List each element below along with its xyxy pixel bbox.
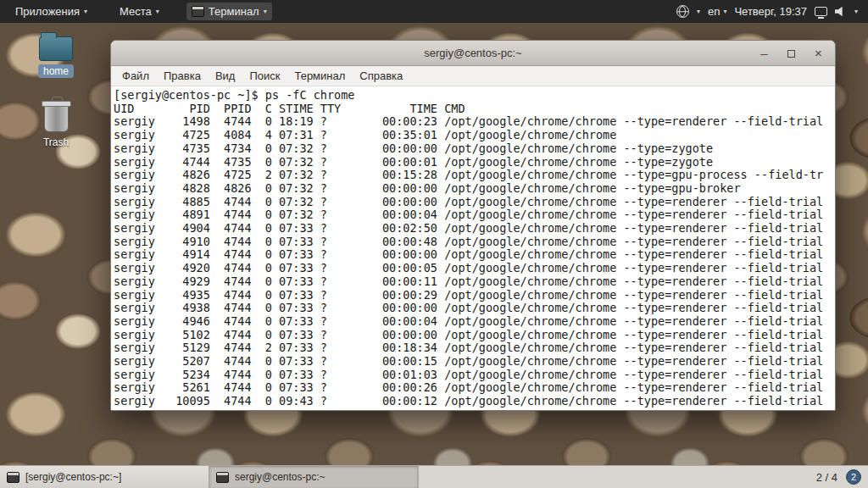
terminal-line: sergiy 4885 4744 0 07:32 ? 00:00:00 /opt… [114, 196, 835, 209]
terminal-line: sergiy 5129 4744 2 07:33 ? 00:18:34 /opt… [114, 341, 835, 355]
applications-menu[interactable]: Приложения ▾ [10, 3, 92, 20]
close-button[interactable]: × [813, 47, 824, 59]
terminal-line: sergiy 4914 4744 0 07:33 ? 00:00:00 /opt… [114, 248, 835, 262]
minimize-button[interactable]: – [759, 47, 770, 59]
window-titlebar[interactable]: sergiy@centos-pc:~ – × [111, 41, 835, 66]
taskbar-window-active[interactable]: sergiy@centos-pc:~ [209, 466, 419, 488]
chevron-down-icon: ▾ [264, 8, 267, 15]
window-title: sergiy@centos-pc:~ [111, 47, 835, 59]
trash-icon [44, 104, 69, 132]
menu-item[interactable]: Терминал [287, 68, 352, 84]
terminal-line: sergiy 5261 4744 0 07:33 ? 00:00:26 /opt… [114, 381, 835, 395]
taskbar: [sergiy@centos-pc:~] sergiy@centos-pc:~ … [0, 465, 868, 488]
folder-icon [39, 36, 73, 61]
menu-item[interactable]: Поиск [242, 68, 287, 84]
volume-icon[interactable] [835, 7, 847, 17]
chevron-down-icon: ▾ [697, 8, 700, 15]
desktop-icon-label: home [38, 64, 74, 78]
terminal-app-menu[interactable]: Терминал ▾ [186, 3, 272, 20]
workspace-pager[interactable]: 2 / 4 [808, 471, 846, 484]
workspace-badge[interactable]: 2 [846, 469, 861, 485]
places-menu[interactable]: Места ▾ [114, 3, 164, 20]
terminal-icon [192, 6, 204, 17]
taskbar-window-label: sergiy@centos-pc:~ [235, 471, 326, 483]
terminal-line: sergiy 1498 4744 0 18:19 ? 00:00:23 /opt… [114, 115, 835, 129]
maximize-button[interactable] [786, 47, 797, 59]
desktop-icon-home[interactable]: home [24, 36, 88, 78]
terminal-line: sergiy 4826 4725 2 07:32 ? 00:15:28 /opt… [114, 169, 835, 182]
terminal-output[interactable]: [sergiy@centos-pc ~]$ ps -fC chromeUID P… [111, 86, 835, 410]
terminal-line: sergiy 4744 4735 0 07:32 ? 00:00:01 /opt… [114, 156, 835, 169]
terminal-line: sergiy 4920 4744 0 07:33 ? 00:00:05 /opt… [114, 262, 835, 275]
applications-menu-label: Приложения [15, 5, 80, 18]
terminal-window: sergiy@centos-pc:~ – × ФайлПравкаВидПоис… [110, 40, 836, 411]
language-label: en [708, 5, 720, 18]
window-menubar: ФайлПравкаВидПоискТерминалСправка [111, 66, 835, 86]
chevron-down-icon: ▾ [723, 8, 726, 15]
chevron-down-icon: ▾ [156, 8, 159, 15]
taskbar-window-minimized[interactable]: [sergiy@centos-pc:~] [0, 466, 209, 488]
maximize-icon [787, 50, 795, 58]
desktop-icon-trash[interactable]: Trash [24, 97, 88, 149]
terminal-line: UID PID PPID C STIME TTY TIME CMD [114, 103, 835, 116]
top-panel-status-area: ▾ en ▾ Четверг, 19:37 ▾ [676, 5, 868, 18]
language-indicator[interactable]: en ▾ [708, 5, 726, 18]
terminal-line: sergiy 4904 4744 0 07:33 ? 00:02:50 /opt… [114, 222, 835, 236]
taskbar-spacer [419, 466, 808, 488]
clock[interactable]: Четверг, 19:37 [734, 5, 807, 18]
display-icon[interactable] [815, 7, 827, 16]
places-menu-label: Места [120, 5, 152, 18]
desktop-background: home Trash sergiy@centos-pc:~ – × ФайлПр… [0, 23, 868, 465]
terminal-line: sergiy 4938 4744 0 07:33 ? 00:00:00 /opt… [114, 302, 835, 315]
menu-item[interactable]: Файл [115, 68, 156, 84]
terminal-line: sergiy 10095 4744 0 09:43 ? 00:00:12 /op… [114, 395, 835, 408]
terminal-line: sergiy 4828 4826 0 07:32 ? 00:00:00 /opt… [114, 182, 835, 196]
terminal-icon [216, 472, 229, 483]
terminal-app-menu-label: Терминал [209, 5, 259, 18]
terminal-line: sergiy 4946 4744 0 07:33 ? 00:00:04 /opt… [114, 315, 835, 329]
status-globe-icon[interactable] [676, 5, 689, 18]
menu-item[interactable]: Правка [157, 68, 208, 84]
terminal-line: [sergiy@centos-pc ~]$ ps -fC chrome [114, 89, 835, 103]
top-panel-menus: Приложения ▾ Места ▾ Терминал ▾ [0, 3, 272, 20]
terminal-line: sergiy 5234 4744 0 07:33 ? 00:01:03 /opt… [114, 369, 835, 382]
chevron-down-icon: ▾ [84, 8, 87, 15]
terminal-line: sergiy 4725 4084 4 07:31 ? 00:35:01 /opt… [114, 129, 835, 142]
chevron-down-icon: ▾ [854, 8, 858, 15]
terminal-line: sergiy 4910 4744 0 07:33 ? 00:00:48 /opt… [114, 236, 835, 249]
terminal-line: sergiy 4935 4744 0 07:33 ? 00:00:29 /opt… [114, 289, 835, 302]
desktop-screen: Приложения ▾ Места ▾ Терминал ▾ ▾ en ▾ Ч… [0, 0, 868, 488]
top-panel: Приложения ▾ Места ▾ Терминал ▾ ▾ en ▾ Ч… [0, 0, 868, 23]
terminal-line: sergiy 5102 4744 0 07:33 ? 00:00:00 /opt… [114, 329, 835, 342]
terminal-line: sergiy 4891 4744 0 07:32 ? 00:00:04 /opt… [114, 208, 835, 222]
menu-item[interactable]: Вид [209, 68, 242, 84]
window-controls: – × [759, 47, 835, 59]
taskbar-window-label: [sergiy@centos-pc:~] [25, 471, 121, 483]
menu-item[interactable]: Справка [353, 68, 409, 84]
terminal-line: sergiy 5207 4744 0 07:33 ? 00:00:15 /opt… [114, 355, 835, 369]
desktop-icon-label: Trash [43, 136, 69, 149]
terminal-line: sergiy 4929 4744 0 07:33 ? 00:00:11 /opt… [114, 275, 835, 289]
terminal-line: sergiy 4735 4734 0 07:32 ? 00:00:00 /opt… [114, 142, 835, 156]
terminal-icon [7, 472, 19, 483]
